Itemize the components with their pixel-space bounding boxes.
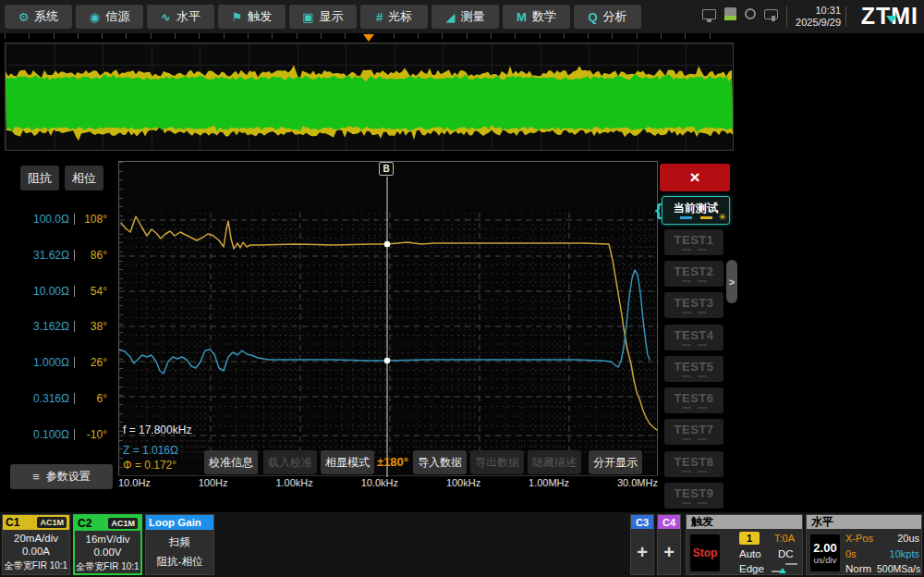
- calibration-info-button[interactable]: 校准信息: [204, 450, 258, 474]
- phase-display-mode-button[interactable]: 相显模式: [321, 450, 374, 474]
- c4-name: C4: [658, 515, 680, 529]
- c1-offset: 0.00A: [22, 546, 50, 557]
- channel-c4-tile[interactable]: C4 +: [657, 514, 681, 575]
- impedance-tick: 10.00Ω: [13, 285, 69, 298]
- menu-cursor-button[interactable]: #光标: [360, 5, 428, 29]
- waveform-display[interactable]: [5, 43, 734, 151]
- tab-phase[interactable]: 相位: [65, 166, 103, 190]
- sliders-icon: ≡: [32, 470, 40, 484]
- test-slot-label: TEST5: [675, 362, 714, 373]
- y-axis-row: 100.0Ω108°: [13, 212, 107, 227]
- horizontal-panel[interactable]: 水平 2.00 us/div X-Pos 0s Norm 20us 10kpts…: [806, 514, 922, 575]
- trigger-position-marker[interactable]: [363, 34, 374, 42]
- c1-bandwidth: 全带宽FIR 10:1: [5, 559, 67, 572]
- menu-analyze-button[interactable]: Q分析: [574, 5, 641, 29]
- phase-tick: 26°: [79, 356, 107, 369]
- y-axis-row: 10.00Ω54°: [13, 284, 107, 299]
- trigger-source-badge: 1: [739, 532, 760, 545]
- menu-trigger-button[interactable]: ⚑触发: [218, 5, 286, 29]
- x-tick: 100Hz: [199, 477, 228, 488]
- test-slot-1[interactable]: TEST1: [664, 229, 723, 255]
- test-slot-label: TEST1: [675, 235, 714, 246]
- test-slot-8[interactable]: TEST8: [664, 451, 723, 477]
- menu-math-button[interactable]: M数学: [503, 5, 570, 29]
- menu-source-button[interactable]: ◉信源: [76, 5, 143, 29]
- channel-c2-tile[interactable]: C2AC1M 16mV/div 0.00V 全带宽FIR 10:1: [73, 514, 142, 575]
- brand-logo: ZTMI: [861, 3, 918, 30]
- menu-horizontal-button[interactable]: ∿水平: [147, 5, 214, 29]
- close-button[interactable]: ×: [660, 164, 730, 191]
- math-icon: M: [517, 11, 527, 23]
- sample-rate: 500MSa/s: [877, 563, 919, 574]
- loopgain-tile[interactable]: Loop Gain 扫频 阻抗-相位: [145, 514, 214, 575]
- wave-icon: ∿: [161, 11, 171, 23]
- phase-range-value[interactable]: ±180°: [377, 455, 408, 469]
- x-tick: 1.00kHz: [275, 477, 312, 488]
- current-test-label: 当前测试: [674, 203, 718, 215]
- menu-measure-button[interactable]: ◢测量: [432, 5, 499, 29]
- measure-slope-icon: ◢: [446, 11, 456, 23]
- cursor-b-handle[interactable]: B: [379, 162, 394, 176]
- menu-system-button[interactable]: ⚙系统: [5, 5, 72, 29]
- usb-device-icon: [724, 7, 736, 20]
- clock: 10:31 2025/9/29: [796, 5, 841, 29]
- test-slot-label: TEST2: [675, 266, 714, 277]
- edge-slope-icon: [772, 561, 797, 573]
- x-tick: 10.0kHz: [361, 477, 398, 488]
- cursor-grid-icon: #: [376, 11, 383, 23]
- x-tick: 1.00MHz: [529, 477, 569, 488]
- divider: [845, 6, 846, 27]
- impedance-tick: 31.62Ω: [13, 249, 69, 262]
- external-display-icon: [702, 9, 716, 19]
- bode-plot-canvas[interactable]: [118, 161, 658, 476]
- test-slot-7[interactable]: TEST7: [664, 419, 723, 445]
- timebase-unit: us/div: [814, 555, 837, 565]
- impedance-tick: 0.316Ω: [13, 392, 69, 405]
- trigger-panel[interactable]: 触发 Stop 1 Auto Edge T:0A DC: [686, 514, 803, 575]
- test-slot-2[interactable]: TEST2: [664, 261, 723, 287]
- x-axis-labels: 10.0Hz 100Hz 1.00kHz 10.0kHz 100kHz 1.00…: [118, 477, 658, 488]
- panel-expand-handle[interactable]: >: [726, 260, 737, 303]
- time-text: 10:31: [796, 5, 841, 17]
- y-axis-row: 3.162Ω38°: [13, 319, 107, 334]
- xpos-value: 0s: [845, 548, 857, 559]
- test-slot-label: TEST8: [675, 457, 714, 468]
- tab-notch-icon: {: [655, 200, 662, 220]
- brand-triangle-icon: [886, 16, 897, 23]
- close-icon: ×: [689, 167, 699, 188]
- channel-c3-tile[interactable]: C3 +: [630, 514, 654, 575]
- import-data-button[interactable]: 导入数据: [413, 450, 467, 474]
- tab-impedance[interactable]: 阻抗: [20, 166, 59, 190]
- bottom-status-bar: C1AC1M 20mA/div 0.00A 全带宽FIR 10:1 C2AC1M…: [0, 512, 924, 577]
- trigger-type: Edge: [739, 563, 764, 574]
- test-slot-3[interactable]: TEST3: [664, 292, 723, 318]
- add-c3-button[interactable]: +: [631, 529, 653, 575]
- active-star-icon: ✳: [719, 212, 726, 222]
- split-display-button[interactable]: 分开显示: [589, 450, 642, 474]
- x-tick: 30.0MHz: [617, 477, 658, 488]
- impedance-tick: 3.162Ω: [13, 320, 69, 333]
- menu-display-button[interactable]: ▣显示: [289, 5, 357, 29]
- test-slot-label: TEST7: [675, 424, 714, 436]
- status-icon-bar: [702, 7, 778, 20]
- impedance-tick: 100.0Ω: [13, 213, 69, 226]
- y-axis-row: 1.000Ω26°: [13, 355, 107, 370]
- menu-display-label: 显示: [320, 8, 344, 25]
- chevron-right-icon: >: [729, 276, 735, 288]
- channel-c1-tile[interactable]: C1AC1M 20mA/div 0.00A 全带宽FIR 10:1: [2, 514, 70, 575]
- x-tick: 10.0Hz: [118, 477, 151, 488]
- date-text: 2025/9/29: [796, 17, 841, 29]
- current-test-tab[interactable]: { 当前测试 ✳: [662, 196, 730, 225]
- bode-plot-svg: [119, 162, 659, 477]
- parameter-settings-button[interactable]: ≡参数设置: [10, 464, 113, 489]
- add-c4-button[interactable]: +: [658, 529, 680, 575]
- test-slot-4[interactable]: TEST4: [664, 325, 723, 350]
- phase-tick: 38°: [79, 320, 107, 333]
- test-slot-5[interactable]: TEST5: [664, 356, 723, 382]
- test-slot-9[interactable]: TEST9: [664, 483, 723, 509]
- c2-name: C2: [78, 517, 91, 530]
- trace-color-bars: [680, 216, 712, 219]
- test-slot-6[interactable]: TEST6: [664, 387, 723, 413]
- impedance-tick: 0.100Ω: [13, 428, 69, 441]
- test-slot-label: TEST4: [675, 330, 714, 341]
